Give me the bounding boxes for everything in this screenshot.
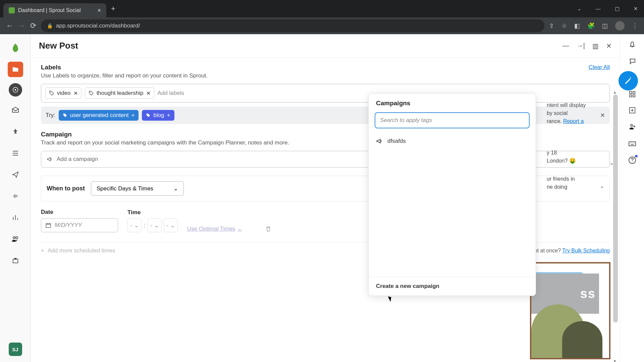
- tag-icon: [89, 90, 94, 96]
- nav-inbox-icon[interactable]: [8, 103, 23, 118]
- create-campaign-button[interactable]: Create a new campaign: [369, 277, 536, 296]
- scroll-up-icon[interactable]: ▴: [614, 90, 616, 95]
- popover-title: Campaigns: [369, 94, 536, 111]
- bulk-scheduling-link[interactable]: Try Bulk Scheduling: [562, 248, 610, 253]
- megaphone-icon: [376, 138, 383, 144]
- nav-reports-icon[interactable]: [8, 210, 23, 225]
- sprout-logo[interactable]: [8, 40, 23, 56]
- labels-subtitle: Use Labels to organize, filter and repor…: [41, 72, 610, 79]
- reply-icon[interactable]: [628, 57, 636, 65]
- remove-chip-icon[interactable]: ✕: [73, 90, 78, 97]
- chevron-down-icon: ⌄: [237, 225, 242, 232]
- svg-rect-9: [633, 92, 635, 94]
- svg-rect-8: [629, 92, 631, 94]
- panels-icon[interactable]: ▥: [592, 42, 599, 50]
- add-suggestion-icon: +: [131, 112, 135, 119]
- url-input[interactable]: 🔒 app.sproutsocial.com/dashboard/: [41, 19, 544, 32]
- extension-icon[interactable]: ◧: [574, 22, 580, 29]
- close-tab-icon[interactable]: ×: [97, 7, 101, 14]
- nav-audio-icon[interactable]: [8, 188, 23, 204]
- browser-tab-strip: Dashboard | Sprout Social × + ⌄ ― ▢ ✕: [0, 0, 644, 17]
- sprout-favicon: [9, 7, 15, 13]
- nav-folder-icon[interactable]: [8, 62, 23, 77]
- minimize-icon[interactable]: ―: [593, 4, 603, 13]
- campaign-placeholder: Add a campaign: [57, 156, 98, 163]
- time-hour-select[interactable]: - ⌄: [127, 219, 142, 232]
- user-badge[interactable]: SJ: [9, 343, 22, 356]
- svg-rect-7: [46, 224, 51, 228]
- compose-fab[interactable]: [619, 71, 638, 90]
- clear-all-link[interactable]: Clear All: [589, 64, 610, 71]
- new-tab-button[interactable]: +: [111, 4, 115, 13]
- lock-icon: 🔒: [47, 23, 53, 28]
- campaign-option[interactable]: dfsafds: [369, 133, 536, 149]
- svg-point-2: [13, 237, 15, 239]
- tag-icon: [146, 113, 151, 118]
- notifications-icon[interactable]: [628, 40, 636, 48]
- bookmark-icon[interactable]: ☆: [561, 22, 567, 29]
- svg-point-3: [16, 237, 18, 239]
- svg-point-1: [14, 89, 16, 91]
- svg-rect-14: [629, 142, 636, 146]
- keyboard-icon[interactable]: [628, 139, 636, 147]
- label-chip: video ✕: [45, 87, 82, 99]
- nav-case-icon[interactable]: [8, 253, 23, 268]
- reload-button[interactable]: ⟳: [30, 21, 36, 30]
- maximize-icon[interactable]: ▢: [612, 4, 622, 13]
- date-label: Date: [41, 209, 118, 216]
- suggestion-chip[interactable]: blog +: [142, 110, 174, 121]
- add-people-icon[interactable]: [628, 123, 636, 131]
- time-minute-select[interactable]: - ⌄: [147, 219, 161, 232]
- when-mode-select[interactable]: Specific Days & Times ⌄: [91, 181, 184, 196]
- nav-send-icon[interactable]: [8, 167, 23, 182]
- chevron-down-icon: ⌄: [154, 222, 159, 229]
- megaphone-icon: [47, 156, 53, 162]
- browser-tab[interactable]: Dashboard | Sprout Social ×: [3, 3, 106, 17]
- time-label: Time: [127, 209, 178, 216]
- svg-rect-10: [629, 95, 631, 97]
- compose-header: New Post — →| ▥ ✕: [31, 34, 620, 58]
- preview-image: ss: [530, 262, 610, 359]
- back-button[interactable]: ←: [6, 21, 13, 30]
- add-panel-icon[interactable]: [629, 107, 636, 114]
- nav-compass-icon[interactable]: [9, 83, 22, 97]
- close-compose-icon[interactable]: ✕: [606, 42, 612, 50]
- delete-time-icon[interactable]: [265, 226, 272, 232]
- campaign-search-input[interactable]: Search to apply tags: [375, 112, 530, 128]
- remove-chip-icon[interactable]: ✕: [146, 90, 151, 97]
- campaigns-popover: Campaigns Search to apply tags dfsafds C…: [368, 93, 536, 296]
- sidepanel-icon[interactable]: ◫: [602, 22, 608, 29]
- scrollbar[interactable]: ▴ ▾: [613, 95, 619, 359]
- help-icon[interactable]: [628, 156, 636, 164]
- nav-pin-icon[interactable]: [8, 124, 23, 139]
- nav-people-icon[interactable]: [8, 231, 23, 247]
- svg-point-5: [50, 92, 51, 93]
- nav-list-icon[interactable]: [8, 145, 23, 161]
- date-input[interactable]: M/D/YYYY: [41, 218, 118, 232]
- tabs-dropdown-icon[interactable]: ⌄: [575, 4, 584, 13]
- scroll-thumb[interactable]: [613, 95, 618, 322]
- dock-right-icon[interactable]: →|: [577, 42, 585, 50]
- left-nav-rail: SJ: [0, 34, 31, 362]
- scroll-down-icon[interactable]: ▾: [614, 359, 616, 362]
- add-labels-placeholder[interactable]: Add labels: [158, 90, 184, 97]
- tab-title: Dashboard | Sprout Social: [18, 7, 80, 13]
- chrome-menu-icon[interactable]: ⋮: [632, 22, 638, 29]
- address-bar: ← → ⟳ 🔒 app.sproutsocial.com/dashboard/ …: [0, 17, 644, 34]
- forward-button[interactable]: →: [18, 21, 25, 30]
- add-suggestion-icon: +: [167, 112, 170, 119]
- minimize-compose-icon[interactable]: —: [562, 42, 569, 50]
- extensions-menu-icon[interactable]: 🧩: [587, 22, 595, 29]
- add-more-times-button[interactable]: + Add more scheduled times: [41, 247, 115, 254]
- collapse-preview-icon[interactable]: ⌃: [609, 162, 614, 170]
- svg-rect-11: [633, 95, 635, 97]
- tag-icon: [63, 113, 67, 118]
- optimal-times-link[interactable]: Use Optimal Times ⌄: [187, 225, 242, 232]
- suggestion-chip[interactable]: user generated content +: [59, 110, 139, 121]
- close-window-icon[interactable]: ✕: [631, 4, 641, 13]
- time-ampm-select[interactable]: - ⌄: [164, 219, 178, 232]
- grid-icon[interactable]: [629, 90, 636, 98]
- share-icon[interactable]: ⇪: [549, 22, 554, 29]
- report-link[interactable]: Report a: [563, 118, 584, 124]
- profile-avatar[interactable]: [615, 21, 625, 31]
